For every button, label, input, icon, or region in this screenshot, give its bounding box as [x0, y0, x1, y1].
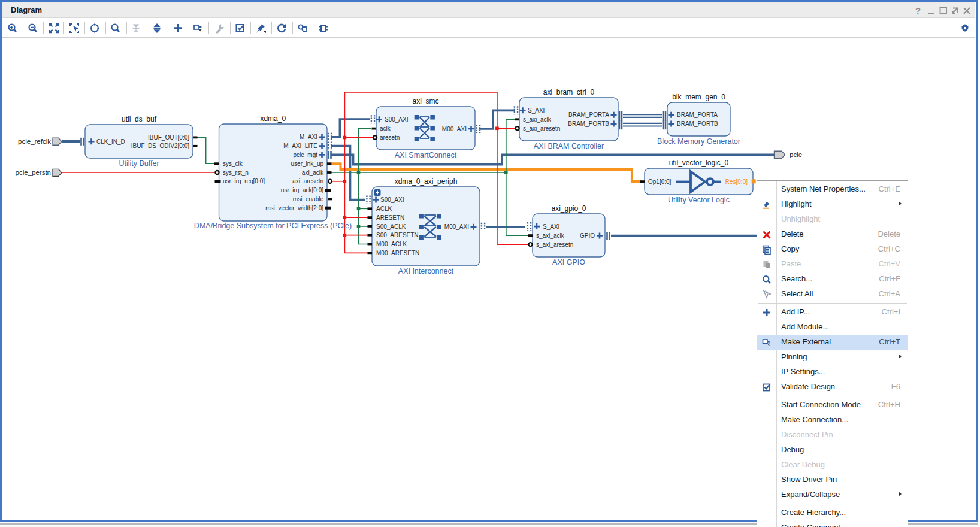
- svg-text:BRAM_PORTA: BRAM_PORTA: [677, 111, 718, 118]
- svg-text:axi_aclk: axi_aclk: [302, 169, 324, 176]
- svg-text:M00_AXI: M00_AXI: [444, 223, 469, 230]
- svg-text:s_axi_aclk: s_axi_aclk: [536, 232, 565, 239]
- svg-text:Utility Buffer: Utility Buffer: [119, 159, 159, 168]
- svg-text:sys_clk: sys_clk: [223, 160, 243, 167]
- svg-text:util_ds_buf: util_ds_buf: [122, 115, 157, 123]
- svg-text:AXI SmartConnect: AXI SmartConnect: [395, 151, 457, 159]
- svg-text:Op1[0:0]: Op1[0:0]: [648, 178, 672, 185]
- svg-text:pcie_mgt: pcie_mgt: [293, 152, 317, 158]
- svg-text:usr_irq_req[0:0]: usr_irq_req[0:0]: [223, 178, 265, 184]
- svg-text:aresetn: aresetn: [380, 134, 400, 141]
- svg-text:usr_irq_ack[0:0]: usr_irq_ack[0:0]: [281, 187, 323, 193]
- svg-text:S00_ARESETN: S00_ARESETN: [376, 232, 419, 238]
- svg-text:xdma_0_axi_periph: xdma_0_axi_periph: [395, 177, 458, 186]
- svg-text:ARESETN: ARESETN: [376, 214, 404, 221]
- svg-text:M00_AXI: M00_AXI: [442, 126, 467, 132]
- svg-text:axi_smc: axi_smc: [412, 97, 438, 105]
- svg-text:BRAM_PORTA: BRAM_PORTA: [568, 111, 609, 118]
- svg-text:IBUF_DS_ODIV2[0:0]: IBUF_DS_ODIV2[0:0]: [131, 143, 189, 149]
- svg-text:M_AXI: M_AXI: [300, 134, 317, 140]
- svg-text:S_AXI: S_AXI: [528, 107, 545, 114]
- svg-text:msi_enable: msi_enable: [293, 196, 324, 202]
- svg-text:xdma_0: xdma_0: [260, 114, 286, 123]
- svg-text:blk_mem_gen_0: blk_mem_gen_0: [672, 93, 725, 101]
- svg-text:axi_aresetn: axi_aresetn: [292, 178, 323, 184]
- svg-text:axi_bram_ctrl_0: axi_bram_ctrl_0: [543, 88, 595, 96]
- svg-text:S00_AXI: S00_AXI: [385, 116, 408, 123]
- svg-text:BRAM_PORTB: BRAM_PORTB: [568, 120, 609, 127]
- svg-text:msi_vector_width[2:0]: msi_vector_width[2:0]: [265, 205, 323, 211]
- svg-text:s_axi_aresetn: s_axi_aresetn: [523, 125, 560, 132]
- svg-text:Res[0:0]: Res[0:0]: [725, 178, 748, 185]
- svg-text:BRAM_PORTB: BRAM_PORTB: [677, 120, 718, 127]
- svg-text:ACLK: ACLK: [376, 205, 392, 212]
- svg-text:user_lnk_up: user_lnk_up: [291, 160, 324, 167]
- svg-text:util_vector_logic_0: util_vector_logic_0: [669, 159, 729, 167]
- svg-text:AXI BRAM Controller: AXI BRAM Controller: [534, 142, 604, 150]
- svg-text:IBUF_OUT[0:0]: IBUF_OUT[0:0]: [148, 134, 189, 141]
- svg-text:GPIO: GPIO: [580, 232, 595, 239]
- svg-text:M00_ARESETN: M00_ARESETN: [376, 250, 419, 256]
- svg-text:Utility Vector Logic: Utility Vector Logic: [668, 196, 730, 204]
- svg-text:s_axi_aresetn: s_axi_aresetn: [536, 241, 573, 248]
- svg-text:CLK_IN_D: CLK_IN_D: [96, 138, 125, 145]
- svg-text:aclk: aclk: [380, 125, 391, 132]
- svg-text:S_AXI: S_AXI: [543, 223, 559, 230]
- svg-text:sys_rst_n: sys_rst_n: [223, 169, 249, 176]
- svg-text:pcie_perstn: pcie_perstn: [16, 169, 51, 176]
- svg-text:S00_ACLK: S00_ACLK: [376, 223, 406, 230]
- svg-text:Block Memory Generator: Block Memory Generator: [657, 137, 740, 146]
- svg-text:M_AXI_LITE: M_AXI_LITE: [283, 143, 317, 149]
- svg-text:S00_AXI: S00_AXI: [380, 196, 404, 203]
- svg-text:M00_ACLK: M00_ACLK: [376, 241, 407, 247]
- svg-text:s_axi_aclk: s_axi_aclk: [523, 116, 552, 123]
- svg-text:DMA/Bridge Subsystem for PCI E: DMA/Bridge Subsystem for PCI Express (PC…: [194, 222, 352, 230]
- svg-text:pcie_refclk: pcie_refclk: [18, 138, 51, 145]
- svg-text:axi_gpio_0: axi_gpio_0: [551, 204, 586, 213]
- svg-text:AXI GPIO: AXI GPIO: [552, 258, 585, 266]
- svg-text:AXI Interconnect: AXI Interconnect: [398, 267, 454, 275]
- svg-text:pcie: pcie: [790, 151, 802, 158]
